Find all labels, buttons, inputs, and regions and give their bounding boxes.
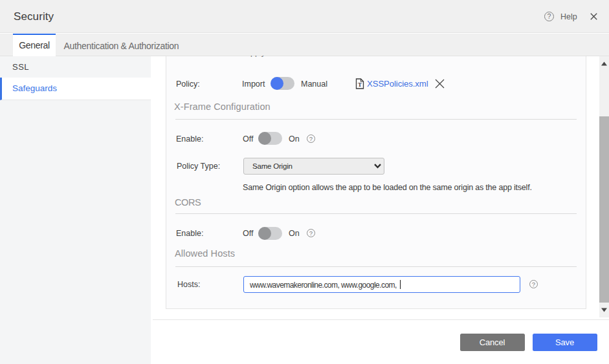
svg-text:T: T <box>358 81 362 88</box>
